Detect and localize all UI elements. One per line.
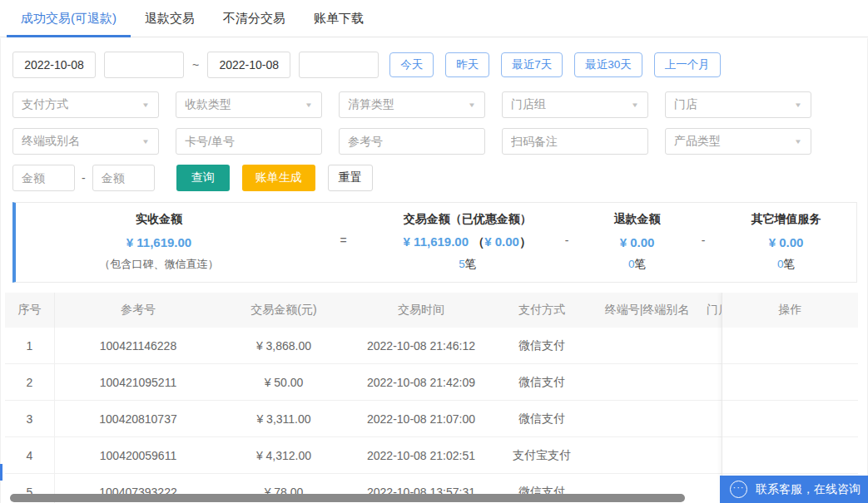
chat-ellipsis-icon: ··· — [730, 481, 747, 498]
chevron-down-icon: ▼ — [305, 101, 313, 109]
transaction-amount: ¥ 11,619.00 （¥ 0.00） — [384, 234, 550, 250]
store-select[interactable]: 门店 ▼ — [665, 91, 811, 118]
transaction-discount: ¥ 0.00 — [484, 234, 519, 249]
receipt-type-select[interactable]: 收款类型 ▼ — [176, 91, 322, 118]
summary-received: 实收金额 ¥ 11,619.00 （包含口碑、微信直连） — [16, 203, 302, 282]
refund-amount: ¥ 0.00 — [583, 235, 691, 249]
other-services-amount: ¥ 0.00 — [716, 235, 856, 249]
bill-generate-button[interactable]: 账单生成 — [242, 165, 315, 191]
header-amount: 交易金额(元) — [221, 293, 346, 328]
transaction-query-page: 成功交易(可退款) 退款交易 不清分交易 账单下载 ~ 今天 昨天 最近7天 最… — [0, 0, 868, 503]
scan-note-input[interactable] — [502, 128, 648, 155]
other-services-label: 其它增值服务 — [716, 212, 856, 227]
start-date-input[interactable] — [12, 52, 96, 78]
chevron-down-icon: ▼ — [141, 101, 150, 109]
chevron-down-icon: ▼ — [794, 101, 802, 109]
date-range-separator: ~ — [192, 58, 199, 72]
today-button[interactable]: 今天 — [389, 52, 434, 77]
transaction-label: 交易金额（已优惠金额） — [384, 212, 550, 227]
tab-unsettled[interactable]: 不清分交易 — [209, 0, 300, 37]
summary-refund: 退款金额 ¥ 0.00 0笔 — [583, 203, 691, 282]
operation-cell — [722, 437, 858, 474]
query-button[interactable]: 查询 — [176, 165, 230, 191]
chevron-down-icon: ▼ — [794, 138, 802, 145]
operation-cell — [722, 401, 858, 437]
refund-count: 0笔 — [583, 257, 691, 272]
chevron-down-icon: ▼ — [468, 101, 476, 109]
last-7-days-button[interactable]: 最近7天 — [501, 52, 563, 77]
left-edge-widget-sliver — [0, 464, 2, 481]
customer-service-button[interactable]: ··· 联系客服，在线咨询 — [720, 476, 868, 503]
chevron-down-icon: ▼ — [141, 138, 150, 145]
card-number-input[interactable] — [176, 128, 322, 155]
transaction-count: 5笔 — [384, 257, 550, 272]
last-month-button[interactable]: 上一个月 — [654, 52, 721, 77]
chevron-down-icon: ▼ — [631, 101, 639, 109]
summary-transaction: 交易金额（已优惠金额） ¥ 11,619.00 （¥ 0.00） 5笔 — [384, 203, 550, 282]
equals-separator: = — [302, 203, 384, 282]
reference-number-input[interactable] — [339, 128, 485, 155]
other-services-count: 0笔 — [716, 257, 856, 272]
text-filter-row: 终端或别名 ▼ 产品类型 ▼ — [12, 128, 867, 155]
payment-method-select[interactable]: 支付方式 ▼ — [12, 91, 159, 118]
header-serial: 序号 — [5, 293, 55, 328]
refund-label: 退款金额 — [583, 212, 691, 227]
customer-service-label: 联系客服，在线咨询 — [756, 482, 861, 497]
amount-max-input[interactable] — [92, 165, 155, 191]
last-30-days-button[interactable]: 最近30天 — [574, 52, 642, 77]
summary-strip: 实收金额 ¥ 11,619.00 （包含口碑、微信直连） = 交易金额（已优惠金… — [12, 202, 857, 283]
received-note: （包含口碑、微信直连） — [16, 257, 302, 272]
product-type-select[interactable]: 产品类型 ▼ — [665, 128, 811, 155]
header-payment-method: 支付方式 — [496, 293, 588, 328]
horizontal-scrollbar[interactable] — [10, 494, 685, 502]
received-label: 实收金额 — [16, 212, 302, 227]
fixed-operation-column: 操作 — [722, 293, 858, 503]
header-reference: 参考号 — [55, 293, 221, 328]
header-terminal: 终端号|终端别名 — [588, 293, 707, 328]
received-amount: ¥ 11,619.00 — [16, 235, 302, 249]
minus-separator: - — [550, 203, 583, 282]
tab-refund[interactable]: 退款交易 — [131, 0, 209, 37]
end-time-input[interactable] — [299, 52, 379, 78]
end-date-input[interactable] — [207, 52, 290, 78]
amount-min-input[interactable] — [12, 165, 75, 191]
operation-cell — [722, 364, 858, 401]
reset-button[interactable]: 重置 — [328, 165, 373, 191]
tab-success-refundable[interactable]: 成功交易(可退款) — [7, 0, 131, 37]
summary-other-services: 其它增值服务 ¥ 0.00 0笔 — [716, 203, 856, 282]
store-group-select[interactable]: 门店组 ▼ — [502, 91, 648, 118]
date-filter-row: ~ 今天 昨天 最近7天 最近30天 上一个月 — [12, 52, 867, 78]
start-time-input[interactable] — [104, 52, 184, 78]
amount-action-row: - 查询 账单生成 重置 — [12, 165, 867, 191]
tab-bar: 成功交易(可退款) 退款交易 不清分交易 账单下载 — [0, 0, 868, 37]
transactions-table: 序号 参考号 交易金额(元) 交易时间 支付方式 终端号|终端别名 门店 1 1… — [5, 293, 858, 503]
operation-cell — [722, 328, 858, 364]
header-time: 交易时间 — [346, 293, 496, 328]
tab-bill-download[interactable]: 账单下载 — [300, 0, 378, 37]
header-operation: 操作 — [722, 293, 858, 328]
amount-separator: - — [82, 171, 86, 185]
terminal-alias-select[interactable]: 终端或别名 ▼ — [12, 128, 159, 155]
settlement-type-select[interactable]: 清算类型 ▼ — [339, 91, 485, 118]
minus-separator: - — [691, 203, 716, 282]
content-panel: ~ 今天 昨天 最近7天 最近30天 上一个月 支付方式 ▼ 收款类型 ▼ 清算… — [0, 38, 868, 503]
yesterday-button[interactable]: 昨天 — [445, 52, 489, 77]
select-filter-row: 支付方式 ▼ 收款类型 ▼ 清算类型 ▼ 门店组 ▼ 门店 ▼ — [12, 91, 867, 118]
